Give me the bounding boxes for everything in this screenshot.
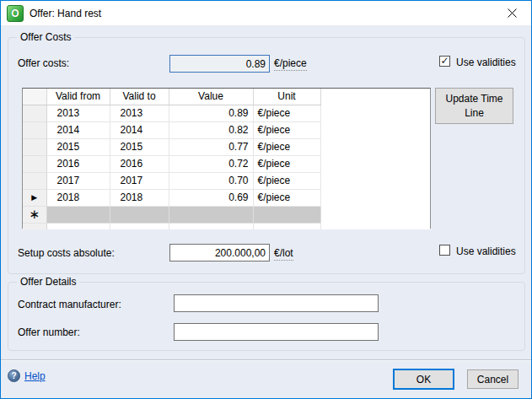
grid-partial-row — [23, 223, 430, 229]
cell-unit[interactable]: €/piece — [253, 138, 320, 155]
cell-valid-to[interactable]: 2016 — [110, 155, 169, 172]
row-selector[interactable] — [23, 155, 46, 172]
dialog-body: Offer Costs Offer costs: €/piece Use val… — [1, 25, 531, 398]
cell-valid-from[interactable]: 2018 — [46, 189, 110, 206]
cell-value[interactable]: 0.72 — [169, 155, 253, 172]
new-row-cell[interactable] — [253, 206, 320, 223]
table-row[interactable]: 201620160.72€/piece — [23, 155, 430, 172]
setup-costs-input[interactable] — [169, 244, 270, 262]
row-filler — [320, 155, 430, 172]
footer-separator — [1, 359, 531, 361]
setup-use-validities-label[interactable]: Use validities — [456, 245, 516, 257]
grid-corner-header[interactable] — [23, 89, 46, 105]
cell-value[interactable]: 0.82 — [169, 121, 253, 138]
offer-costs-input[interactable] — [169, 55, 270, 73]
grid-header-row: Valid from Valid to Value Unit — [23, 89, 430, 105]
cell-unit[interactable]: €/piece — [253, 105, 320, 121]
cell-unit[interactable]: €/piece — [253, 172, 320, 189]
column-header-value[interactable]: Value — [169, 89, 253, 105]
use-validities-label[interactable]: Use validities — [456, 57, 516, 68]
setup-costs-unit-label[interactable]: €/lot — [274, 247, 293, 261]
new-row-cell[interactable] — [169, 206, 253, 223]
update-time-line-button[interactable]: Update Time Line — [435, 88, 513, 124]
cell-valid-from[interactable]: 2017 — [46, 172, 110, 189]
close-icon — [508, 8, 517, 18]
app-icon: O — [7, 5, 24, 22]
cell-value[interactable]: 0.70 — [169, 172, 253, 189]
title-bar: O Offer: Hand rest — [1, 1, 531, 25]
setup-use-validities-checkbox[interactable] — [439, 245, 450, 256]
new-row-cell[interactable] — [110, 206, 169, 223]
cell-unit[interactable]: €/piece — [253, 189, 320, 206]
row-filler — [320, 138, 430, 155]
contract-manufacturer-label: Contract manufacturer: — [18, 299, 121, 310]
cell-valid-from[interactable]: 2013 — [46, 105, 110, 121]
cell-value[interactable]: 0.77 — [169, 138, 253, 155]
cell-valid-to[interactable]: 2018 — [110, 189, 169, 206]
table-row[interactable]: 201720170.70€/piece — [23, 172, 430, 189]
grid-header-filler — [320, 89, 430, 105]
row-selector[interactable] — [23, 172, 46, 189]
cell-valid-from[interactable]: 2014 — [46, 121, 110, 138]
offer-costs-group-label: Offer Costs — [17, 31, 74, 43]
offer-dialog-window: O Offer: Hand rest Offer Costs Offer cos… — [0, 0, 532, 399]
table-row[interactable]: ▶201820180.69€/piece — [23, 189, 430, 206]
window-title: Offer: Hand rest — [30, 8, 101, 19]
offer-number-input[interactable] — [174, 323, 379, 341]
use-validities-checkbox[interactable] — [439, 56, 450, 67]
cell-unit[interactable]: €/piece — [253, 121, 320, 138]
table-row[interactable]: 201520150.77€/piece — [23, 138, 430, 155]
help-icon[interactable]: ? — [8, 369, 20, 382]
cancel-button[interactable]: Cancel — [467, 369, 519, 389]
cell-valid-to[interactable]: 2015 — [110, 138, 169, 155]
ok-button[interactable]: OK — [393, 369, 454, 390]
offer-number-label: Offer number: — [18, 326, 80, 338]
column-header-unit[interactable]: Unit — [253, 89, 320, 105]
table-row[interactable]: 201420140.82€/piece — [23, 121, 430, 138]
offer-costs-label: Offer costs: — [18, 57, 69, 69]
close-button[interactable] — [493, 1, 531, 25]
grid-new-row[interactable]: ∗ — [23, 206, 430, 223]
offer-costs-unit-label[interactable]: €/piece — [274, 57, 307, 71]
row-selector[interactable] — [23, 138, 46, 155]
cell-value[interactable]: 0.69 — [169, 189, 253, 206]
row-filler — [320, 172, 430, 189]
row-filler — [320, 121, 430, 138]
setup-costs-label: Setup costs absolute: — [18, 247, 115, 259]
table-row[interactable]: 201320130.89€/piece — [23, 105, 430, 121]
offer-details-group-label: Offer Details — [17, 276, 79, 288]
grid-filler — [320, 206, 430, 223]
contract-manufacturer-input[interactable] — [174, 294, 379, 312]
new-row-selector[interactable]: ∗ — [23, 206, 46, 223]
cell-valid-to[interactable]: 2013 — [110, 105, 169, 121]
grid-body: 201320130.89€/piece201420140.82€/piece20… — [23, 105, 430, 206]
cell-valid-to[interactable]: 2017 — [110, 172, 169, 189]
help-link[interactable]: Help — [24, 370, 46, 382]
cell-valid-to[interactable]: 2014 — [110, 121, 169, 138]
column-header-valid-from[interactable]: Valid from — [46, 89, 110, 105]
column-header-valid-to[interactable]: Valid to — [110, 89, 169, 105]
row-selector[interactable]: ▶ — [23, 189, 46, 206]
cell-unit[interactable]: €/piece — [253, 155, 320, 172]
row-filler — [320, 189, 430, 206]
cell-valid-from[interactable]: 2016 — [46, 155, 110, 172]
row-selector[interactable] — [23, 121, 46, 138]
validity-grid[interactable]: Valid from Valid to Value Unit 201320130… — [22, 88, 431, 229]
row-selector[interactable] — [23, 105, 46, 121]
row-filler — [320, 105, 430, 121]
cell-value[interactable]: 0.89 — [169, 105, 253, 121]
new-row-cell[interactable] — [46, 206, 110, 223]
cell-valid-from[interactable]: 2015 — [46, 138, 110, 155]
